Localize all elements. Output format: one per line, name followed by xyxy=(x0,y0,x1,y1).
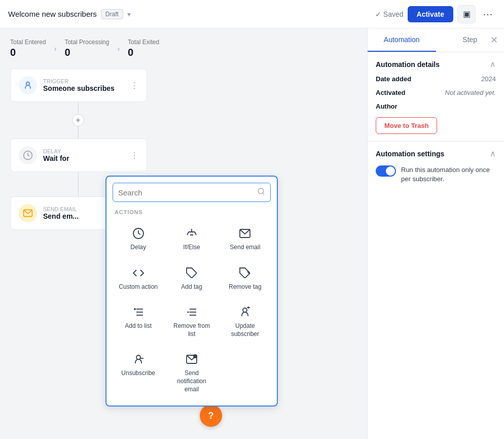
arrow-icon-2: › xyxy=(117,45,120,53)
delay-menu-icon[interactable]: ⋮ xyxy=(130,151,138,160)
actions-grid: Delay If/Else Send email xyxy=(113,220,271,399)
connector-3 xyxy=(78,172,79,184)
action-update-subscriber[interactable]: Update subscriber xyxy=(220,299,271,344)
send-notification-action-icon xyxy=(186,352,198,366)
action-send-email[interactable]: Send email xyxy=(220,220,271,258)
author-row: Author xyxy=(376,103,496,110)
delay-action-label: Delay xyxy=(130,244,146,252)
update-subscriber-action-icon xyxy=(239,305,251,319)
layout-toggle-button[interactable]: ▣ xyxy=(457,5,476,23)
header-left: Welcome new subscribers Draft ▾ xyxy=(8,9,131,19)
ifelse-action-icon xyxy=(186,226,198,241)
connector-1 xyxy=(78,102,79,114)
update-subscriber-action-label: Update subscriber xyxy=(224,322,267,338)
tab-automation[interactable]: Automation xyxy=(368,28,436,52)
draft-badge: Draft xyxy=(101,9,123,19)
arrow-icon-1: › xyxy=(54,45,57,53)
ifelse-action-label: If/Else xyxy=(183,244,200,252)
add-step-button-1[interactable]: + xyxy=(72,114,84,126)
stats-bar: Total Entered 0 › Total Processing 0 › T… xyxy=(10,39,357,58)
svg-point-0 xyxy=(26,82,30,85)
header-right: ✓ Saved Activate ▣ ⋯ xyxy=(375,5,496,23)
toggle-knob xyxy=(386,166,395,176)
remove-tag-action-icon xyxy=(239,266,251,280)
action-ifelse[interactable]: If/Else xyxy=(166,220,217,258)
stat-total-entered: Total Entered 0 xyxy=(10,39,46,58)
send-notification-action-label: Send notification email xyxy=(170,369,213,393)
svg-point-25 xyxy=(136,355,140,359)
automation-details-section: Automation details ∧ Date added 2024 Act… xyxy=(368,52,504,142)
workflow-title: Welcome new subscribers xyxy=(8,10,97,18)
date-added-row: Date added 2024 xyxy=(376,75,496,83)
action-remove-tag[interactable]: Remove tag xyxy=(220,260,271,297)
automation-details-header[interactable]: Automation details ∧ xyxy=(376,59,496,69)
delay-node: Delay Wait for ⋮ xyxy=(10,139,147,172)
send-email-action-icon xyxy=(239,226,251,241)
stat-total-processing: Total Processing 0 xyxy=(64,39,109,58)
action-add-tag[interactable]: Add tag xyxy=(166,260,217,297)
search-icon xyxy=(257,187,265,197)
custom-action-icon xyxy=(132,266,145,280)
saved-status: ✓ Saved xyxy=(375,10,404,18)
date-added-label: Date added xyxy=(376,75,411,83)
canvas: Total Entered 0 › Total Processing 0 › T… xyxy=(0,28,367,439)
action-unsubscribe[interactable]: Unsubscribe xyxy=(113,346,164,399)
right-panel: Automation Step ✕ Automation details ∧ D… xyxy=(367,28,504,439)
search-input[interactable] xyxy=(118,188,257,197)
remove-list-action-label: Remove from list xyxy=(170,322,213,338)
automation-settings-title: Automation settings xyxy=(376,150,444,158)
activate-button[interactable]: Activate xyxy=(408,6,453,22)
more-options-button[interactable]: ⋯ xyxy=(480,6,496,22)
toggle-label: Run this automation only once per subscr… xyxy=(401,165,496,184)
delay-content: Delay Wait for xyxy=(43,148,124,162)
add-list-action-icon xyxy=(132,305,145,319)
add-tag-action-icon xyxy=(186,266,198,280)
connector-4 xyxy=(78,184,79,196)
title-chevron-icon[interactable]: ▾ xyxy=(127,10,131,18)
action-custom[interactable]: Custom action xyxy=(113,260,164,297)
trigger-menu-icon[interactable]: ⋮ xyxy=(130,81,138,90)
unsubscribe-action-label: Unsubscribe xyxy=(121,369,155,378)
svg-point-28 xyxy=(193,354,197,358)
delay-icon xyxy=(19,146,37,164)
automation-settings-section: Automation settings ∧ Run this automatio… xyxy=(368,142,504,191)
delay-action-icon xyxy=(132,226,145,241)
move-to-trash-button[interactable]: Move to Trash xyxy=(376,117,437,134)
unsubscribe-action-icon xyxy=(132,352,145,366)
details-chevron-icon: ∧ xyxy=(490,59,496,69)
panel-tabs: Automation Step ✕ xyxy=(368,28,504,52)
trigger-content: Trigger Someone subscribes xyxy=(43,78,124,92)
email-icon xyxy=(19,204,37,222)
action-add-list[interactable]: Add to list xyxy=(113,299,164,344)
svg-point-3 xyxy=(258,188,264,194)
remove-list-action-icon xyxy=(186,305,198,319)
date-added-value: 2024 xyxy=(481,75,496,83)
add-tag-action-label: Add tag xyxy=(181,283,202,291)
stat-total-exited: Total Exited 0 xyxy=(128,39,159,58)
once-per-subscriber-toggle[interactable] xyxy=(376,165,396,177)
check-icon: ✓ xyxy=(375,10,381,18)
panel-body: Automation details ∧ Date added 2024 Act… xyxy=(368,52,504,439)
connector-2 xyxy=(78,126,79,139)
actions-label: ACTIONS xyxy=(113,209,271,215)
search-box xyxy=(113,183,271,202)
actions-popup: ACTIONS Delay If/Else xyxy=(105,176,278,407)
help-button[interactable]: ? xyxy=(200,404,222,427)
author-label: Author xyxy=(376,103,398,110)
action-delay[interactable]: Delay xyxy=(113,220,164,258)
automation-settings-header[interactable]: Automation settings ∧ xyxy=(376,149,496,158)
action-send-notification[interactable]: Send notification email xyxy=(166,346,217,399)
settings-chevron-icon: ∧ xyxy=(490,149,496,158)
remove-tag-action-label: Remove tag xyxy=(229,283,262,291)
panel-close-button[interactable]: ✕ xyxy=(490,35,498,46)
header: Welcome new subscribers Draft ▾ ✓ Saved … xyxy=(0,0,504,28)
custom-action-label: Custom action xyxy=(119,283,158,291)
send-email-action-label: Send email xyxy=(230,244,260,252)
svg-point-22 xyxy=(243,308,247,312)
action-remove-list[interactable]: Remove from list xyxy=(166,299,217,344)
main-container: Total Entered 0 › Total Processing 0 › T… xyxy=(0,28,504,439)
add-list-action-label: Add to list xyxy=(125,322,152,330)
activated-value: Not activated yet. xyxy=(445,89,496,96)
trigger-node: Trigger Someone subscribes ⋮ xyxy=(10,69,147,102)
activated-row: Activated Not activated yet. xyxy=(376,89,496,96)
